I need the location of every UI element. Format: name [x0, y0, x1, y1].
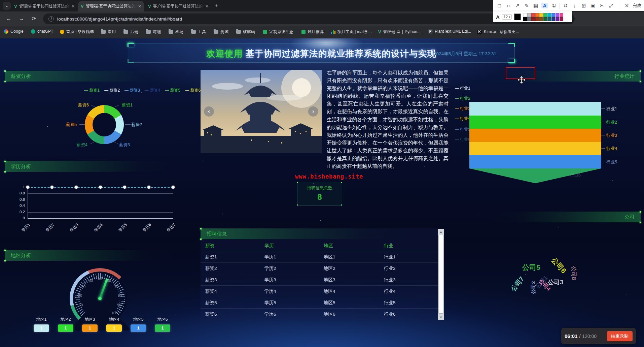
funnel-callout-line: [601, 148, 605, 149]
funnel-band-5[interactable]: [469, 155, 601, 168]
carousel-prev-icon[interactable]: ‹: [204, 106, 214, 117]
industry-legend-item[interactable]: — 行业2: [455, 96, 470, 101]
x-tick: 学历4: [89, 222, 104, 238]
legend-item[interactable]: — 薪资5: [165, 88, 180, 93]
bookmark-folder-pojie[interactable]: 破解码: [236, 29, 255, 35]
font-style-icon[interactable]: A: [496, 14, 500, 20]
tab-admin-2-active[interactable]: V 管理端-基于协同过滤算法的就 ✕: [78, 1, 144, 11]
tab-close-icon[interactable]: ✕: [205, 4, 209, 9]
bookmark-chatgpt[interactable]: chatGPT: [31, 29, 53, 34]
tab-close-icon[interactable]: ✕: [138, 4, 141, 9]
panel-dot: [640, 81, 641, 82]
legend-item[interactable]: — 薪资1: [84, 88, 100, 93]
undo-icon[interactable]: ↺: [562, 3, 569, 9]
number-tool-icon[interactable]: ①: [550, 3, 557, 9]
cut-icon[interactable]: ✂: [599, 3, 605, 9]
reload-icon[interactable]: ⟳: [32, 15, 36, 22]
funnel-band-6[interactable]: [469, 168, 601, 183]
table-row: 薪资1学历1 地区1行业1: [201, 251, 438, 263]
wordcloud-item[interactable]: 公司3: [548, 278, 563, 286]
folder-icon: [101, 30, 106, 34]
bookmark-folder-qianduan[interactable]: 前端: [146, 29, 161, 35]
scroll-up-icon[interactable]: ▲: [438, 229, 444, 234]
bookmark-timu[interactable]: 题目推荐: [301, 29, 324, 35]
bookmark-folder-houduan[interactable]: 后端: [123, 29, 138, 35]
wordcloud-item[interactable]: 公司8: [570, 266, 577, 280]
image-carousel[interactable]: ‹ ›: [201, 70, 322, 153]
color-palette[interactable]: [523, 13, 563, 21]
region-legend-item[interactable]: 地区31: [78, 317, 102, 332]
column-header[interactable]: 薪资: [205, 243, 215, 249]
bookmark-folder-jichang[interactable]: 机场: [169, 29, 183, 35]
copy-icon[interactable]: ▣: [589, 3, 596, 9]
tab-close-icon[interactable]: ✕: [71, 4, 75, 9]
scroll-down-icon[interactable]: ▼: [438, 315, 444, 320]
salary-donut-chart[interactable]: [85, 105, 124, 144]
region-legend-item[interactable]: 地区51: [127, 317, 150, 332]
wordcloud-item[interactable]: 公司5: [522, 263, 540, 272]
column-header[interactable]: 行业: [384, 243, 393, 249]
bookmark-planttext[interactable]: PPlantText UML Edi...: [428, 29, 471, 34]
bookmark-kimi[interactable]: KKimi.ai - 帮你看更...: [477, 29, 519, 35]
forward-icon[interactable]: →: [19, 15, 24, 22]
funnel-band-1[interactable]: [469, 102, 601, 116]
done-button[interactable]: 完成: [633, 3, 641, 9]
funnel-band-3[interactable]: [469, 129, 601, 142]
font-size-select[interactable]: 12▾: [502, 14, 512, 20]
legend-item[interactable]: — 薪资3: [124, 88, 140, 93]
mosaic-tool-icon[interactable]: ▦: [532, 3, 539, 9]
column-header[interactable]: 学历: [264, 243, 274, 249]
site-info-icon[interactable]: i: [48, 16, 54, 22]
text-tool-icon[interactable]: A: [541, 3, 548, 8]
funnel-label: 行业5: [606, 159, 617, 165]
data-point: [172, 186, 175, 189]
new-tab-button[interactable]: ＋: [214, 3, 219, 9]
bookmark-folder-changyong[interactable]: 常用: [101, 29, 116, 35]
region-legend-item[interactable]: 地区21: [54, 317, 77, 332]
download-icon[interactable]: ↓: [571, 3, 578, 8]
bookmark-mall[interactable]: 项目主页 | mall学...: [331, 29, 372, 35]
wordcloud-item[interactable]: 公司6: [549, 256, 568, 276]
region-legend-item[interactable]: 地区61: [151, 317, 174, 332]
donut-label: 薪资5: [66, 122, 77, 128]
fullscreen-icon[interactable]: ⤢: [608, 3, 614, 9]
ellipse-tool-icon[interactable]: ○: [505, 3, 512, 8]
bookmark-bishe[interactable]: 首页 | 毕设精选: [60, 29, 94, 35]
industry-legend-item[interactable]: — 行业6: [455, 137, 470, 143]
industry-legend-item[interactable]: — 行业4: [455, 116, 470, 122]
bookmark-dingzhi[interactable]: 定制系统汇总: [263, 29, 293, 35]
wordcloud-item[interactable]: 公司7: [509, 275, 526, 293]
bookmark-folder-gongju[interactable]: 工具: [191, 29, 206, 35]
education-line-chart[interactable]: 1 0.8 0.6 0.4 0.2 0 学历1 学历2 学历3 学历4 学历5: [13, 185, 182, 239]
stop-recording-button[interactable]: 结束录制: [607, 331, 633, 341]
region-legend-item[interactable]: 地区11: [30, 317, 53, 332]
funnel-band-2[interactable]: [469, 116, 601, 129]
industry-legend-item[interactable]: — 行业5: [455, 127, 470, 132]
pen-tool-icon[interactable]: ✎: [523, 3, 530, 9]
back-icon[interactable]: ←: [6, 15, 11, 22]
bookmark-folder-ceshi[interactable]: 测试: [214, 29, 228, 35]
bookmark-python-admin[interactable]: V管理端-基于Python...: [378, 29, 421, 35]
region-legend-item[interactable]: 地区41: [102, 317, 126, 332]
callout-line: [114, 142, 119, 145]
rect-tool-icon[interactable]: □: [496, 3, 503, 8]
close-icon[interactable]: ✕: [623, 3, 630, 9]
tab-search-icon[interactable]: ⌄: [3, 2, 11, 10]
scrollbar-thumb[interactable]: [438, 235, 443, 314]
pin-icon[interactable]: ⊞: [580, 3, 587, 9]
legend-item[interactable]: — 薪资2: [104, 88, 120, 93]
industry-legend-item[interactable]: — 行业3: [455, 106, 470, 112]
carousel-next-icon[interactable]: ›: [308, 106, 318, 117]
current-color-swatch[interactable]: [514, 13, 521, 20]
url-text[interactable]: localhost:8080/django414pr4jc/admin/dist…: [57, 17, 182, 22]
funnel-band-4[interactable]: [469, 142, 601, 155]
legend-item[interactable]: — 薪资6: [185, 88, 201, 93]
bookmark-google[interactable]: Google: [4, 29, 24, 34]
industry-legend-item[interactable]: — 行业1: [455, 86, 470, 91]
tab-client[interactable]: V 客户端-基于协同过滤算法的就 ✕: [145, 1, 211, 11]
tab-admin-1[interactable]: V 管理端-基于协同过滤算法的就 ✕: [11, 1, 77, 11]
folder-icon: [169, 30, 173, 34]
legend-item[interactable]: — 薪资4: [145, 88, 160, 93]
column-header[interactable]: 地区: [324, 243, 333, 249]
arrow-tool-icon[interactable]: ↗: [514, 3, 521, 9]
